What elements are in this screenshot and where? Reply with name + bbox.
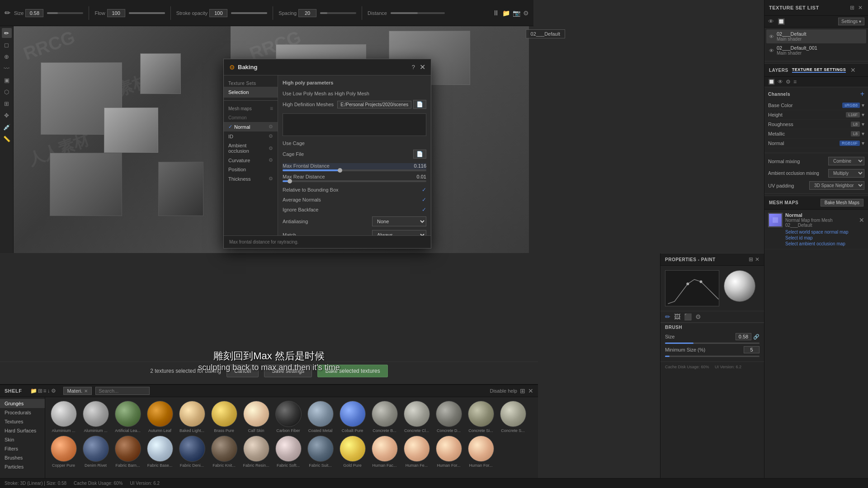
brush-size-num[interactable]: 0.58 bbox=[736, 333, 751, 340]
height-badge[interactable]: L16F bbox=[846, 112, 860, 117]
paint-icon-brush[interactable]: ✏ bbox=[665, 313, 670, 320]
spacing-value[interactable]: 20 bbox=[298, 9, 316, 17]
uv-padding-select[interactable]: 3D Space Neighbor Transparent bbox=[809, 181, 864, 190]
settings-icon-ao[interactable]: ⚙ bbox=[269, 145, 273, 151]
ao-mixing-select[interactable]: Multiply Overlay bbox=[828, 169, 864, 178]
distance-slider[interactable] bbox=[391, 12, 445, 14]
material-item-28[interactable]: Human For... bbox=[466, 436, 495, 468]
tab-texture-set-settings[interactable]: TEXTURE SET SETTINGS bbox=[792, 67, 846, 73]
settings-icon-id[interactable]: ⚙ bbox=[269, 133, 273, 139]
sidebar-item-position[interactable]: Position bbox=[224, 165, 278, 174]
sidebar-item-thickness[interactable]: Thickness ⚙ bbox=[224, 174, 278, 183]
settings-icon-thickness[interactable]: ⚙ bbox=[269, 176, 273, 182]
material-item-15[interactable]: Copper Pure bbox=[49, 436, 78, 468]
material-item-26[interactable]: Human Fe... bbox=[402, 436, 431, 468]
normal-badge[interactable]: RGB16F bbox=[840, 141, 860, 146]
sidebar-item-id[interactable]: ID ⚙ bbox=[224, 131, 278, 141]
expand-icon[interactable]: ⊞ bbox=[849, 4, 855, 12]
max-frontal-slider[interactable] bbox=[283, 169, 426, 171]
minimize-icon[interactable]: ✕ bbox=[857, 4, 863, 12]
tool-smudge[interactable]: 〰 bbox=[2, 63, 12, 73]
material-item-1[interactable]: Aluminium ... bbox=[81, 401, 110, 433]
brush-size-slider[interactable] bbox=[665, 343, 760, 344]
ts-view-icon[interactable]: 🔲 bbox=[778, 18, 785, 25]
material-item-27[interactable]: Human For... bbox=[434, 436, 463, 468]
layers-close-btn[interactable]: ✕ bbox=[849, 66, 857, 74]
material-item-2[interactable]: Artificial Lea... bbox=[113, 401, 142, 433]
paint-icon-texture[interactable]: 🖼 bbox=[674, 313, 680, 320]
material-item-25[interactable]: Human Fac... bbox=[370, 436, 399, 468]
tool-select[interactable]: ⊞ bbox=[2, 99, 12, 108]
material-item-7[interactable]: Carbon Fiber bbox=[274, 401, 303, 433]
eye-icon-1[interactable]: 👁 bbox=[769, 48, 774, 53]
tool-clone[interactable]: ⊕ bbox=[2, 52, 12, 61]
pause-icon[interactable]: ⏸ bbox=[492, 9, 500, 17]
normal-menu[interactable]: ▾ bbox=[862, 140, 864, 146]
material-item-17[interactable]: Fabric Barn... bbox=[113, 436, 142, 468]
shelf-icon-grid[interactable]: ⊞ bbox=[38, 388, 42, 394]
texture-set-item-0[interactable]: 👁 02___Default Main shader bbox=[766, 29, 866, 43]
settings-icon-curvature[interactable]: ⚙ bbox=[269, 157, 273, 163]
material-item-19[interactable]: Fabric Deni... bbox=[177, 436, 207, 468]
material-item-21[interactable]: Fabric Resin... bbox=[241, 436, 271, 468]
camera-icon[interactable]: 📷 bbox=[513, 9, 520, 17]
shelf-category-skin[interactable]: Skin bbox=[0, 435, 45, 444]
dialog-tab-selection[interactable]: Selection bbox=[224, 87, 278, 98]
material-item-20[interactable]: Fabric Knit... bbox=[209, 436, 239, 468]
tool-brush[interactable]: ✏ bbox=[2, 28, 12, 38]
tool-fill[interactable]: ▣ bbox=[2, 75, 12, 85]
brush-icon[interactable]: ✏ bbox=[5, 9, 10, 17]
shelf-disable-help[interactable]: Disable help bbox=[490, 388, 517, 394]
roughness-menu[interactable]: ▾ bbox=[862, 121, 864, 127]
shelf-minimize[interactable]: ✕ bbox=[528, 387, 533, 394]
select-world-space-link[interactable]: Select world space normal map bbox=[768, 230, 864, 235]
high-def-meshes-browse[interactable]: 📄 bbox=[413, 100, 426, 109]
cage-file-browse[interactable]: 📄 bbox=[413, 150, 426, 159]
material-item-18[interactable]: Fabric Base... bbox=[145, 436, 175, 468]
material-item-14[interactable]: Concrete S... bbox=[498, 401, 528, 433]
tool-color-picker[interactable]: 💉 bbox=[2, 122, 12, 132]
layer-icon-2[interactable]: 👁 bbox=[778, 79, 783, 85]
material-item-6[interactable]: Calf Skin bbox=[241, 401, 271, 433]
shelf-category-procedurals[interactable]: Procedurals bbox=[0, 408, 45, 417]
properties-expand-icon[interactable]: ⊞ bbox=[749, 256, 753, 263]
high-def-meshes-input[interactable] bbox=[337, 101, 411, 108]
size-value[interactable]: 0.58 bbox=[25, 9, 43, 17]
shelf-icon-filter[interactable]: ⚙ bbox=[51, 388, 56, 394]
shelf-icon-list[interactable]: ≡ bbox=[43, 388, 47, 394]
shelf-category-filters[interactable]: Filters bbox=[0, 444, 45, 453]
mesh-maps-icon[interactable]: ≡ bbox=[270, 105, 273, 112]
layer-icon-4[interactable]: ≡ bbox=[793, 79, 797, 85]
texture-set-item-1[interactable]: 👁 02___Default_001 Main shader bbox=[766, 43, 866, 57]
metallic-badge[interactable]: L8 bbox=[851, 131, 860, 136]
shelf-category-hard-surfaces[interactable]: Hard Surfaces bbox=[0, 426, 45, 435]
material-item-22[interactable]: Fabric Soft... bbox=[274, 436, 303, 468]
material-item-24[interactable]: Gold Pure bbox=[338, 436, 367, 468]
layer-icon-1[interactable]: 🔲 bbox=[768, 79, 775, 85]
tool-polygon[interactable]: ⬡ bbox=[2, 87, 12, 97]
tool-transform[interactable]: ✥ bbox=[2, 110, 12, 120]
eye-icon-0[interactable]: 👁 bbox=[769, 34, 774, 39]
cancel-button[interactable]: Cancel bbox=[226, 365, 259, 377]
stroke-opacity-value[interactable]: 100 bbox=[209, 9, 227, 17]
max-rear-slider[interactable] bbox=[283, 180, 426, 182]
ts-eye-icon[interactable]: 👁 bbox=[768, 18, 774, 25]
roughness-badge[interactable]: L8 bbox=[851, 122, 860, 127]
normal-mixing-select[interactable]: Combine Replace bbox=[828, 157, 864, 165]
mesh-map-close-normal[interactable]: ✕ bbox=[859, 216, 864, 224]
material-item-11[interactable]: Concrete Cl... bbox=[402, 401, 431, 433]
material-item-16[interactable]: Denim Rivet bbox=[81, 436, 110, 468]
paint-icon-settings2[interactable]: ⚙ bbox=[695, 313, 701, 320]
shelf-icon-import[interactable]: ↓ bbox=[47, 388, 50, 394]
material-item-0[interactable]: Aluminium ... bbox=[49, 401, 78, 433]
add-channel-button[interactable]: + bbox=[860, 90, 864, 98]
folder-icon[interactable]: 📁 bbox=[502, 9, 510, 17]
tab-layers[interactable]: LAYERS bbox=[769, 68, 788, 73]
spacing-slider[interactable] bbox=[320, 12, 356, 14]
sidebar-item-curvature[interactable]: Curvature ⚙ bbox=[224, 155, 278, 165]
material-item-3[interactable]: Autumn Leaf bbox=[145, 401, 175, 433]
base-color-menu[interactable]: ▾ bbox=[862, 102, 864, 108]
sidebar-item-ao[interactable]: Ambient occlusion ⚙ bbox=[224, 141, 278, 155]
sidebar-item-normal[interactable]: ✓ Normal ⚙ bbox=[224, 122, 278, 131]
metallic-menu[interactable]: ▾ bbox=[862, 131, 864, 137]
